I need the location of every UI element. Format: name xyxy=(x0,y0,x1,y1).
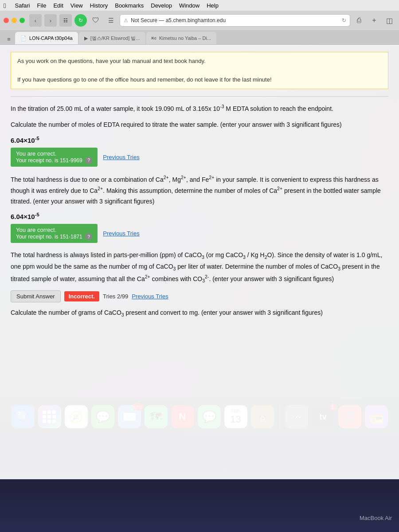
question1-answer: 6.04×10-5 xyxy=(11,136,388,144)
question2-correct-box: You are correct. Your receipt no. is 151… xyxy=(11,224,98,243)
forward-button[interactable]: › xyxy=(44,14,57,27)
apple-menu[interactable]:  xyxy=(4,2,6,9)
sidebar-button[interactable]: ☷ xyxy=(59,14,72,27)
develop-menu[interactable]: Develop xyxy=(151,2,172,9)
question3-text: The total hardness is always listed in p… xyxy=(11,250,388,285)
minimize-button[interactable] xyxy=(12,18,17,23)
tab-icon-loncapa: 📄 xyxy=(20,35,27,41)
back-button[interactable]: ‹ xyxy=(29,14,42,27)
browser-chrome: ‹ › ☷ ↻ 🛡 ☰ ⚠ Not Secure — a5.chem.bingh… xyxy=(0,11,399,45)
tab-icon-youtube: ▶ xyxy=(84,35,88,41)
divider-1 xyxy=(11,96,388,97)
question3-submit-row: Submit Answer Incorrect. Tries 2/99 Prev… xyxy=(11,290,388,302)
help-menu[interactable]: Help xyxy=(207,2,219,9)
history-menu[interactable]: History xyxy=(90,2,108,9)
window-menu[interactable]: Window xyxy=(179,2,200,9)
tab-label-kimetsu: Kimetsu no Yaiba – Di... xyxy=(159,35,211,41)
shield-icon: 🛡 xyxy=(90,14,102,27)
file-menu[interactable]: File xyxy=(37,2,46,9)
close-button[interactable] xyxy=(4,18,9,23)
question1-info-icon[interactable]: ? xyxy=(85,157,92,164)
question3-incorrect-badge: Incorrect. xyxy=(64,291,99,301)
question2-answer: 6.04×10-5 xyxy=(11,212,388,220)
question2-receipt: Your receipt no. is 151-1871 ? xyxy=(16,233,92,240)
tab-label-loncapa: LON-CAPA t30p04a xyxy=(29,35,73,41)
page-wrapper: As you work on the questions, have your … xyxy=(0,45,399,479)
view-menu[interactable]: View xyxy=(70,2,83,9)
question2-prev-tries[interactable]: Previous Tries xyxy=(103,230,139,237)
question1-answer-row: You are correct. Your receipt no. is 151… xyxy=(11,148,388,167)
question1-text: In the titration of 25.00 mL of a water … xyxy=(11,103,388,114)
maximize-button[interactable] xyxy=(20,18,25,23)
question1-correct-text: You are correct. xyxy=(16,150,92,157)
reader-icon[interactable]: ☰ xyxy=(105,14,117,27)
submit-button[interactable]: Submit Answer xyxy=(11,290,61,302)
question2-correct-text: You are correct. xyxy=(16,227,92,233)
question1-prev-tries[interactable]: Previous Tries xyxy=(103,154,139,160)
bookmarks-menu[interactable]: Bookmarks xyxy=(115,2,144,9)
edit-menu[interactable]: Edit xyxy=(53,2,63,9)
safari-menu[interactable]: Safari xyxy=(15,2,30,9)
notice-line2: If you have questions go to one of the o… xyxy=(17,75,382,85)
not-secure-icon: ⚠ xyxy=(124,18,128,23)
question3-prev-tries[interactable]: Previous Tries xyxy=(132,293,168,300)
question2-answer-row: You are correct. Your receipt no. is 151… xyxy=(11,224,388,243)
reload-button[interactable]: ↻ xyxy=(74,14,87,27)
question2-text: The total hardness is due to one or a co… xyxy=(11,174,388,207)
sidebar-toggle[interactable]: ≡ xyxy=(4,34,14,44)
question1-subtext: Calculate the number of moles of EDTA re… xyxy=(11,120,388,130)
url-text: Not Secure — a5.chem.binghamton.edu xyxy=(131,17,339,23)
main-content: As you work on the questions, have your … xyxy=(0,45,399,479)
browser-toolbar: ‹ › ☷ ↻ 🛡 ☰ ⚠ Not Secure — a5.chem.bingh… xyxy=(0,11,399,30)
new-tab-button[interactable]: + xyxy=(368,14,380,27)
tab-kimetsu[interactable]: Kc Kimetsu no Yaiba – Di... xyxy=(146,32,217,44)
toolbar-right: ⎙ + ◫ xyxy=(353,14,395,27)
tab-label-youtube: [엘스/KR Elswrod] 빌... xyxy=(90,35,140,42)
question1-receipt: Your receipt no. is 151-9969 ? xyxy=(16,157,92,164)
menu-bar:  Safari File Edit View History Bookmark… xyxy=(0,0,399,11)
refresh-icon[interactable]: ↻ xyxy=(342,17,346,23)
notice-box: As you work on the questions, have your … xyxy=(11,52,388,89)
share-button[interactable]: ⎙ xyxy=(353,14,365,27)
tab-loncapa[interactable]: 📄 LON-CAPA t30p04a xyxy=(15,32,78,44)
question4-text: Calculate the number of grams of CaCO3 p… xyxy=(11,308,388,319)
notice-line1: As you work on the questions, have your … xyxy=(17,57,382,66)
tabs-button[interactable]: ◫ xyxy=(383,14,395,27)
question1-correct-box: You are correct. Your receipt no. is 151… xyxy=(11,148,98,167)
browser-tabs: ≡ 📄 LON-CAPA t30p04a ▶ [엘스/KR Elswrod] 빌… xyxy=(0,30,399,44)
tab-icon-kimetsu: Kc xyxy=(152,36,157,40)
macbook-label: MacBook Air xyxy=(360,515,392,521)
question2-info-icon[interactable]: ? xyxy=(85,233,92,240)
url-bar[interactable]: ⚠ Not Secure — a5.chem.binghamton.edu ↻ xyxy=(120,14,350,27)
question3-tries: Tries 2/99 xyxy=(103,293,128,300)
tab-youtube[interactable]: ▶ [엘스/KR Elswrod] 빌... xyxy=(79,32,145,44)
traffic-lights xyxy=(4,18,25,23)
